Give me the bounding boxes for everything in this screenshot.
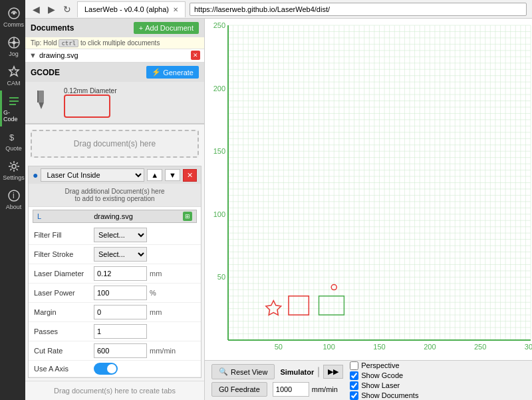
op-header: ● Laser Cut Inside ▲ ▼ ✕ [29, 166, 201, 184]
feedrate-unit: mm/min [312, 385, 338, 393]
refresh-button[interactable]: ↻ [61, 4, 73, 15]
laser-power-input[interactable] [94, 286, 147, 300]
documents-title: Documents [31, 23, 74, 33]
sidebar-item-cam[interactable]: CAM [0, 61, 25, 91]
show-gcode-checkbox[interactable] [350, 371, 358, 380]
show-laser-checkbox[interactable] [350, 381, 358, 390]
laser-diameter-row: Laser Diameter mm [29, 264, 201, 284]
go-feedrate-button[interactable]: G0 Feedrate [211, 382, 267, 397]
passes-input[interactable] [94, 324, 147, 339]
svg-rect-16 [37, 91, 39, 102]
margin-row: Margin mm [29, 303, 201, 322]
tab-close-icon[interactable]: ✕ [173, 6, 178, 13]
cut-rate-unit: mm/min [150, 347, 176, 355]
browser-bar: ◀ ▶ ↻ LaserWeb - v0.4.0 (alpha) ✕ [25, 0, 532, 19]
sidebar: Comms Jog CAM G-Code $ Quote Settings i … [0, 0, 25, 400]
canvas-wrapper [205, 19, 532, 360]
use-a-axis-label: Use A Axis [34, 365, 94, 373]
filter-stroke-select[interactable]: Select... [94, 247, 147, 262]
tool-icon [31, 89, 57, 116]
diameter-info: 0.12mm Diameter [64, 87, 116, 118]
tree-item-remove-button[interactable]: ✕ [191, 51, 200, 60]
sidebar-item-comms[interactable]: Comms [0, 3, 25, 32]
sidebar-item-gcode[interactable]: G-Code [0, 91, 25, 126]
feedrate-input[interactable] [273, 382, 309, 397]
tree-arrow-icon: ▼ [29, 51, 37, 59]
bottom-drag-zone[interactable]: Drag document(s) here to create tabs [25, 381, 204, 400]
canvas-area: 🔍 Reset View Simulator ▶▶ G0 Feedrate [205, 19, 532, 400]
filter-fill-select[interactable]: Select... [94, 228, 147, 242]
main-panel: ◀ ▶ ↻ LaserWeb - v0.4.0 (alpha) ✕ Docume… [25, 0, 532, 400]
drag-zone[interactable]: Drag document(s) here [31, 130, 199, 158]
perspective-row: Perspective [350, 361, 418, 370]
sidebar-about-label: About [6, 204, 22, 210]
passes-label: Passes [34, 327, 94, 335]
simulator-play-button[interactable]: ▶▶ [323, 365, 343, 379]
toggle-x-icon: ✕ [110, 365, 115, 372]
op-up-button[interactable]: ▲ [147, 169, 162, 181]
simulator-bar: Simulator ▶▶ [280, 365, 343, 379]
sidebar-item-quote[interactable]: $ Quote [0, 126, 25, 156]
browser-tab[interactable]: LaserWeb - v0.4.0 (alpha) ✕ [77, 1, 186, 17]
svg-rect-8 [9, 100, 19, 102]
content-area: Documents + Add Document Tip: Hold ctrl … [25, 19, 532, 400]
svg-rect-14 [39, 91, 44, 102]
svg-point-5 [12, 41, 15, 45]
checkboxes-area: Perspective Show Gcode Show Laser Show D… [350, 361, 418, 400]
margin-input[interactable] [94, 305, 147, 319]
reset-view-button[interactable]: 🔍 Reset View [211, 364, 275, 379]
svg-text:i: i [13, 191, 15, 200]
back-button[interactable]: ◀ [31, 4, 42, 15]
file-badge-action-icon[interactable]: ⊞ [183, 212, 192, 221]
perspective-checkbox[interactable] [350, 361, 358, 370]
preview-rect [64, 95, 110, 118]
tree-item-label: drawing.svg [39, 51, 78, 59]
laser-diameter-label: Laser Diameter [34, 270, 94, 278]
op-drag-zone[interactable]: Drag additional Document(s) here to add … [29, 184, 201, 207]
op-collapse-icon[interactable]: ● [33, 170, 38, 180]
sidebar-item-jog[interactable]: Jog [0, 32, 25, 61]
lock-icon: L [37, 212, 41, 220]
sidebar-item-about[interactable]: i About [0, 185, 25, 214]
op-drag-text1: Drag additional Document(s) here [34, 188, 196, 195]
show-gcode-row: Show Gcode [350, 371, 418, 380]
sidebar-item-settings[interactable]: Settings [0, 156, 25, 185]
cut-rate-input[interactable] [94, 343, 147, 358]
show-documents-checkbox[interactable] [350, 391, 358, 400]
gcode-section: GCODE ⚡ Generate [25, 63, 204, 124]
sidebar-cam-label: CAM [7, 80, 21, 87]
laser-diameter-unit: mm [150, 270, 162, 278]
sidebar-quote-label: Quote [5, 145, 22, 152]
svg-text:$: $ [9, 132, 15, 142]
op-remove-button[interactable]: ✕ [183, 169, 197, 182]
diameter-label: 0.12mm Diameter [64, 87, 116, 95]
simulator-label: Simulator [280, 368, 314, 376]
laser-power-row: Laser Power % [29, 284, 201, 303]
lightning-icon: ⚡ [152, 68, 161, 77]
feedrate-area: mm/min [273, 382, 338, 397]
laser-power-label: Laser Power [34, 289, 94, 297]
svg-rect-7 [9, 97, 19, 99]
grid-canvas [205, 19, 532, 360]
search-icon: 🔍 [219, 367, 228, 376]
use-a-axis-toggle[interactable]: ✕ [94, 363, 118, 375]
tab-label: LaserWeb - v0.4.0 (alpha) [84, 5, 169, 13]
op-drag-text2: to add to existing operation [34, 195, 196, 202]
op-preview: 0.12mm Diameter [25, 82, 204, 124]
generate-button[interactable]: ⚡ Generate [146, 66, 199, 79]
sidebar-jog-label: Jog [9, 51, 19, 57]
address-bar[interactable] [190, 3, 527, 16]
add-document-button[interactable]: + Add Document [134, 22, 199, 34]
svg-point-1 [13, 12, 15, 15]
left-panel: Documents + Add Document Tip: Hold ctrl … [25, 19, 205, 400]
svg-rect-9 [9, 104, 16, 105]
laser-diameter-input[interactable] [94, 266, 147, 281]
filter-fill-label: Filter Fill [34, 231, 94, 239]
drag-zone-label: Drag document(s) here [74, 139, 156, 148]
operation-type-select[interactable]: Laser Cut Inside [41, 168, 144, 182]
tree-item-drawing-svg[interactable]: ▼ drawing.svg ✕ [25, 49, 204, 61]
forward-button[interactable]: ▶ [46, 4, 57, 15]
bottom-drag-label: Drag document(s) here to create tabs [54, 387, 176, 395]
margin-unit: mm [150, 308, 162, 316]
op-down-button[interactable]: ▼ [165, 169, 180, 181]
